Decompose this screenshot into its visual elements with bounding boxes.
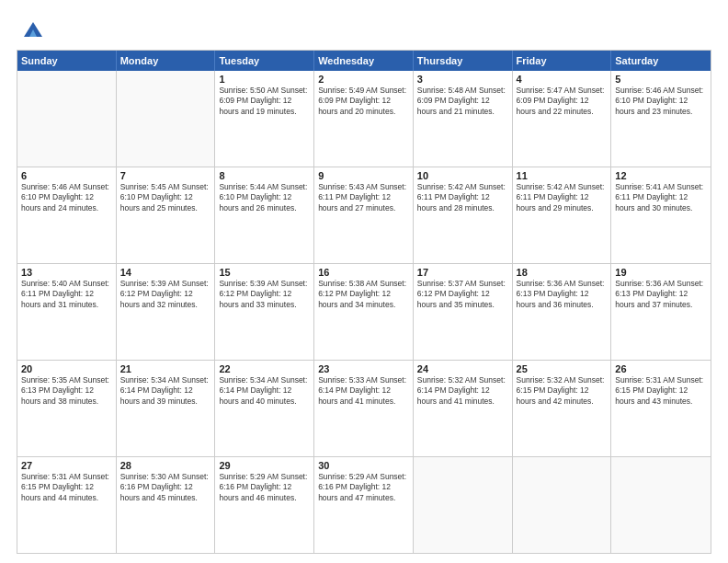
calendar-cell: 3Sunrise: 5:48 AM Sunset: 6:09 PM Daylig… bbox=[414, 71, 513, 167]
calendar-cell: 5Sunrise: 5:46 AM Sunset: 6:10 PM Daylig… bbox=[611, 71, 711, 167]
day-number: 19 bbox=[615, 267, 707, 278]
day-info: Sunrise: 5:40 AM Sunset: 6:11 PM Dayligh… bbox=[21, 279, 112, 310]
calendar-cell: 24Sunrise: 5:32 AM Sunset: 6:14 PM Dayli… bbox=[414, 361, 513, 456]
day-number: 5 bbox=[615, 74, 707, 85]
day-number: 4 bbox=[517, 74, 608, 85]
day-info: Sunrise: 5:41 AM Sunset: 6:11 PM Dayligh… bbox=[615, 182, 707, 213]
day-number: 29 bbox=[219, 460, 310, 471]
weekday-header: Tuesday bbox=[215, 51, 314, 71]
calendar-header: SundayMondayTuesdayWednesdayThursdayFrid… bbox=[17, 51, 711, 71]
calendar: SundayMondayTuesdayWednesdayThursdayFrid… bbox=[17, 50, 711, 554]
day-info: Sunrise: 5:42 AM Sunset: 6:11 PM Dayligh… bbox=[517, 182, 608, 213]
weekday-header: Monday bbox=[117, 51, 216, 71]
day-number: 22 bbox=[219, 363, 310, 374]
day-number: 27 bbox=[21, 460, 112, 471]
weekday-header: Wednesday bbox=[314, 51, 414, 71]
day-info: Sunrise: 5:38 AM Sunset: 6:12 PM Dayligh… bbox=[318, 279, 409, 310]
calendar-cell: 29Sunrise: 5:29 AM Sunset: 6:16 PM Dayli… bbox=[215, 457, 314, 553]
calendar-cell: 9Sunrise: 5:43 AM Sunset: 6:11 PM Daylig… bbox=[314, 167, 414, 263]
calendar-cell: 19Sunrise: 5:36 AM Sunset: 6:13 PM Dayli… bbox=[611, 264, 711, 360]
day-info: Sunrise: 5:31 AM Sunset: 6:15 PM Dayligh… bbox=[615, 375, 707, 407]
calendar-cell bbox=[611, 457, 711, 553]
calendar-cell: 20Sunrise: 5:35 AM Sunset: 6:13 PM Dayli… bbox=[17, 361, 117, 456]
day-number: 17 bbox=[417, 267, 508, 278]
day-info: Sunrise: 5:33 AM Sunset: 6:14 PM Dayligh… bbox=[318, 375, 409, 407]
calendar-cell: 22Sunrise: 5:34 AM Sunset: 6:14 PM Dayli… bbox=[215, 361, 314, 456]
day-number: 20 bbox=[21, 363, 112, 374]
day-number: 10 bbox=[417, 170, 508, 181]
calendar-cell: 6Sunrise: 5:46 AM Sunset: 6:10 PM Daylig… bbox=[17, 167, 117, 263]
calendar-cell: 28Sunrise: 5:30 AM Sunset: 6:16 PM Dayli… bbox=[117, 457, 216, 553]
calendar-cell: 21Sunrise: 5:34 AM Sunset: 6:14 PM Dayli… bbox=[117, 361, 216, 456]
calendar-cell: 2Sunrise: 5:49 AM Sunset: 6:09 PM Daylig… bbox=[314, 71, 414, 167]
day-info: Sunrise: 5:45 AM Sunset: 6:10 PM Dayligh… bbox=[120, 182, 211, 213]
day-number: 14 bbox=[120, 267, 211, 278]
calendar-cell: 7Sunrise: 5:45 AM Sunset: 6:10 PM Daylig… bbox=[117, 167, 216, 263]
calendar-cell: 8Sunrise: 5:44 AM Sunset: 6:10 PM Daylig… bbox=[215, 167, 314, 263]
day-number: 30 bbox=[318, 460, 409, 471]
calendar-cell bbox=[117, 71, 216, 167]
calendar-cell bbox=[414, 457, 513, 553]
day-number: 13 bbox=[21, 267, 112, 278]
day-number: 6 bbox=[21, 170, 112, 181]
calendar-cell: 30Sunrise: 5:29 AM Sunset: 6:16 PM Dayli… bbox=[314, 457, 414, 553]
day-number: 8 bbox=[219, 170, 310, 181]
day-info: Sunrise: 5:48 AM Sunset: 6:09 PM Dayligh… bbox=[417, 86, 508, 117]
day-number: 3 bbox=[417, 74, 508, 85]
day-number: 9 bbox=[318, 170, 409, 181]
day-info: Sunrise: 5:39 AM Sunset: 6:12 PM Dayligh… bbox=[120, 279, 211, 310]
day-number: 7 bbox=[120, 170, 211, 181]
day-info: Sunrise: 5:46 AM Sunset: 6:10 PM Dayligh… bbox=[21, 182, 112, 213]
calendar-cell: 15Sunrise: 5:39 AM Sunset: 6:12 PM Dayli… bbox=[215, 264, 314, 360]
calendar-cell: 14Sunrise: 5:39 AM Sunset: 6:12 PM Dayli… bbox=[117, 264, 216, 360]
page: SundayMondayTuesdayWednesdayThursdayFrid… bbox=[0, 0, 728, 563]
day-info: Sunrise: 5:49 AM Sunset: 6:09 PM Dayligh… bbox=[318, 86, 409, 117]
calendar-cell: 18Sunrise: 5:36 AM Sunset: 6:13 PM Dayli… bbox=[513, 264, 612, 360]
weekday-header: Sunday bbox=[17, 51, 117, 71]
day-info: Sunrise: 5:34 AM Sunset: 6:14 PM Dayligh… bbox=[219, 375, 310, 407]
logo bbox=[17, 17, 46, 42]
day-number: 23 bbox=[318, 363, 409, 374]
calendar-cell: 26Sunrise: 5:31 AM Sunset: 6:15 PM Dayli… bbox=[611, 361, 711, 456]
day-info: Sunrise: 5:32 AM Sunset: 6:14 PM Dayligh… bbox=[417, 375, 508, 407]
day-number: 16 bbox=[318, 267, 409, 278]
day-info: Sunrise: 5:47 AM Sunset: 6:09 PM Dayligh… bbox=[517, 86, 608, 117]
calendar-cell: 16Sunrise: 5:38 AM Sunset: 6:12 PM Dayli… bbox=[314, 264, 414, 360]
calendar-cell: 17Sunrise: 5:37 AM Sunset: 6:12 PM Dayli… bbox=[414, 264, 513, 360]
day-info: Sunrise: 5:43 AM Sunset: 6:11 PM Dayligh… bbox=[318, 182, 409, 213]
weekday-header: Saturday bbox=[611, 51, 711, 71]
calendar-row: 27Sunrise: 5:31 AM Sunset: 6:15 PM Dayli… bbox=[17, 456, 711, 553]
day-info: Sunrise: 5:29 AM Sunset: 6:16 PM Dayligh… bbox=[318, 472, 409, 503]
day-info: Sunrise: 5:32 AM Sunset: 6:15 PM Dayligh… bbox=[517, 375, 608, 407]
calendar-cell: 23Sunrise: 5:33 AM Sunset: 6:14 PM Dayli… bbox=[314, 361, 414, 456]
day-number: 26 bbox=[615, 363, 707, 374]
weekday-header: Thursday bbox=[414, 51, 513, 71]
day-info: Sunrise: 5:42 AM Sunset: 6:11 PM Dayligh… bbox=[417, 182, 508, 213]
calendar-cell bbox=[17, 71, 117, 167]
day-number: 21 bbox=[120, 363, 211, 374]
day-number: 25 bbox=[517, 363, 608, 374]
day-number: 12 bbox=[615, 170, 707, 181]
day-info: Sunrise: 5:34 AM Sunset: 6:14 PM Dayligh… bbox=[120, 375, 211, 407]
day-info: Sunrise: 5:30 AM Sunset: 6:16 PM Dayligh… bbox=[120, 472, 211, 503]
day-number: 15 bbox=[219, 267, 310, 278]
calendar-row: 20Sunrise: 5:35 AM Sunset: 6:13 PM Dayli… bbox=[17, 360, 711, 456]
calendar-row: 1Sunrise: 5:50 AM Sunset: 6:09 PM Daylig… bbox=[17, 71, 711, 167]
calendar-cell: 11Sunrise: 5:42 AM Sunset: 6:11 PM Dayli… bbox=[513, 167, 612, 263]
day-info: Sunrise: 5:39 AM Sunset: 6:12 PM Dayligh… bbox=[219, 279, 310, 310]
calendar-cell: 27Sunrise: 5:31 AM Sunset: 6:15 PM Dayli… bbox=[17, 457, 117, 553]
calendar-cell: 4Sunrise: 5:47 AM Sunset: 6:09 PM Daylig… bbox=[513, 71, 612, 167]
day-number: 2 bbox=[318, 74, 409, 85]
day-number: 18 bbox=[517, 267, 608, 278]
calendar-body: 1Sunrise: 5:50 AM Sunset: 6:09 PM Daylig… bbox=[17, 71, 711, 553]
day-info: Sunrise: 5:36 AM Sunset: 6:13 PM Dayligh… bbox=[615, 279, 707, 310]
day-number: 24 bbox=[417, 363, 508, 374]
day-info: Sunrise: 5:36 AM Sunset: 6:13 PM Dayligh… bbox=[517, 279, 608, 310]
weekday-header: Friday bbox=[513, 51, 612, 71]
day-info: Sunrise: 5:50 AM Sunset: 6:09 PM Dayligh… bbox=[219, 86, 310, 117]
day-number: 28 bbox=[120, 460, 211, 471]
day-info: Sunrise: 5:35 AM Sunset: 6:13 PM Dayligh… bbox=[21, 375, 112, 407]
calendar-row: 13Sunrise: 5:40 AM Sunset: 6:11 PM Dayli… bbox=[17, 263, 711, 360]
day-number: 1 bbox=[219, 74, 310, 85]
calendar-cell: 13Sunrise: 5:40 AM Sunset: 6:11 PM Dayli… bbox=[17, 264, 117, 360]
